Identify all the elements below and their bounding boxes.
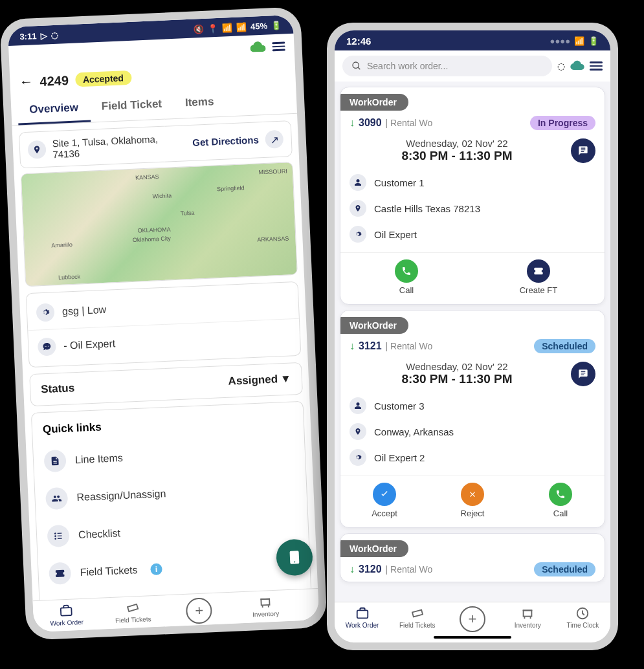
action-accept[interactable]: Accept [340,483,428,518]
status-badge: In Progress [530,116,595,130]
nav-more[interactable] [298,593,319,619]
svg-point-1 [54,535,56,537]
wo-header: ↓ 3120 | Rental Wo Scheduled [340,562,605,582]
wo-customer: Customer 3 [340,393,605,419]
info-text: - Oil Expert [63,338,116,351]
arrow-down-icon: ↓ [350,340,355,352]
wo-customer: Customer 1 [340,170,605,195]
ql-label: Line Items [75,452,124,466]
gear-icon [350,226,366,243]
gear-icon [350,449,366,466]
svg-point-0 [54,532,56,534]
action-call[interactable]: Call [340,259,472,295]
nav-field-tickets[interactable]: Field Tickets [390,606,445,632]
map-label: KANSAS [135,173,159,181]
status-circle-icon: ◌ [50,30,58,40]
info-text: gsg | Low [62,304,107,318]
message-button[interactable] [571,362,595,386]
nav-work-order[interactable]: Work Order [33,602,100,631]
tab-overview[interactable]: Overview [17,94,91,126]
menu-icon[interactable] [590,61,603,71]
nav-label: Work Order [50,619,83,627]
wo-date: Wednesday, 02 Nov' 22 [350,138,564,149]
list-icon [47,525,69,547]
nav-add[interactable]: + [166,597,233,625]
map[interactable]: KANSAS MISSOURI OKLAHOMA Oklahoma City A… [21,162,298,287]
share-icon[interactable]: ↗ [265,130,283,149]
nav-label: Work Order [346,622,379,629]
wo-time-row: Wednesday, 02 Nov' 22 8:30 PM - 11:30 PM [340,358,605,393]
nav-add[interactable]: + [445,606,500,632]
wo-location: Castle Hills Texas 78213 [340,195,605,221]
wo-date: Wednesday, 02 Nov' 22 [350,361,564,372]
arrow-down-icon: ↓ [350,117,355,129]
cloud-sync-icon[interactable] [570,60,584,72]
action-label: Create FT [520,285,558,295]
map-label: MISSOURI [258,168,287,175]
search-icon [351,61,362,71]
wo-number: 3121 [359,340,382,352]
content[interactable]: Site 1, Tulsa, Oklahoma, 74136 Get Direc… [12,114,318,601]
wo-number: 3090 [359,117,382,129]
action-call[interactable]: Call [516,483,605,518]
map-label: Springfield [217,184,245,192]
nav-inventory[interactable]: Inventory [500,606,555,632]
work-order-card[interactable]: WorkOrder ↓ 3120 | Rental Wo Scheduled [340,533,605,582]
battery-icon: 🔋 [588,36,599,46]
svg-rect-3 [58,532,62,534]
location-address: Site 1, Tulsa, Oklahoma, 74136 [52,132,186,160]
wo-number: 3120 [359,564,382,575]
wifi-icon: 📶 [574,36,584,46]
home-indicator [434,636,511,639]
x-icon [461,483,484,506]
content[interactable]: WorkOrder ↓ 3090 | Rental Wo In Progress… [335,82,610,602]
work-order-card[interactable]: WorkOrder ↓ 3121 | Rental Wo Scheduled W… [340,310,605,528]
ticket-icon [49,562,71,585]
signal-icon: ●●●● [550,36,570,46]
nav-label: Time Clock [567,622,599,629]
chat-icon [38,337,56,356]
get-directions-link[interactable]: Get Directions [192,135,259,148]
tab-field-ticket[interactable]: Field Ticket [89,91,174,122]
phone-icon [549,483,572,506]
map-label: Wichita [152,192,172,199]
phone-right: 12:46 ●●●● 📶 🔋 Search work order... ◌ Wo… [327,23,618,650]
back-button[interactable]: ← [19,73,34,91]
search-row: Search work order... ◌ [335,50,610,82]
person-icon [350,174,366,191]
plus-icon: + [186,597,213,624]
location-icon: 📍 [208,23,219,34]
phone-screen: 3:11 ▷ ◌ 🔇 📍 📶 📶 45% 🔋 ← 4249 Accepted [8,15,319,632]
action-reject[interactable]: Reject [428,483,516,518]
nav-inventory[interactable]: Inventory [232,593,299,622]
nav-work-order[interactable]: Work Order [335,606,390,632]
svg-rect-5 [58,538,62,539]
plus-icon: + [460,606,485,632]
wo-time: 8:30 PM - 11:30 PM [350,149,564,163]
search-input[interactable]: Search work order... [342,56,552,76]
pin-icon [350,423,366,440]
tab-items[interactable]: Items [173,89,226,118]
action-label: Call [399,285,414,295]
nav-label: Field Tickets [399,622,436,629]
wifi-icon: 📶 [222,23,233,33]
svg-rect-4 [58,535,62,536]
status-card[interactable]: Status Assigned ▼ [29,362,303,406]
signal-icon: 📶 [236,22,247,32]
message-button[interactable] [571,138,595,163]
map-label: ARKANSAS [257,236,289,243]
cloud-sync-icon[interactable] [250,40,266,55]
nav-time-clock[interactable]: Time Clock [555,606,610,632]
phone-left: 3:11 ▷ ◌ 🔇 📍 📶 📶 45% 🔋 ← 4249 Accepted [0,6,328,640]
wo-subtitle: | Rental Wo [386,564,433,575]
work-order-card[interactable]: WorkOrder ↓ 3090 | Rental Wo In Progress… [340,87,605,305]
svg-rect-13 [261,599,269,606]
quick-links-card: Quick links Line Items Reassign/Unassign… [31,401,313,601]
menu-icon[interactable] [272,42,285,51]
svg-point-2 [54,538,56,540]
wo-tag: WorkOrder [340,94,408,111]
wo-time-row: Wednesday, 02 Nov' 22 8:30 PM - 11:30 PM [340,135,605,170]
action-create-ft[interactable]: Create FT [472,259,605,295]
status-bar: 12:46 ●●●● 📶 🔋 [335,30,610,50]
nav-field-tickets[interactable]: Field Tickets [99,599,166,628]
